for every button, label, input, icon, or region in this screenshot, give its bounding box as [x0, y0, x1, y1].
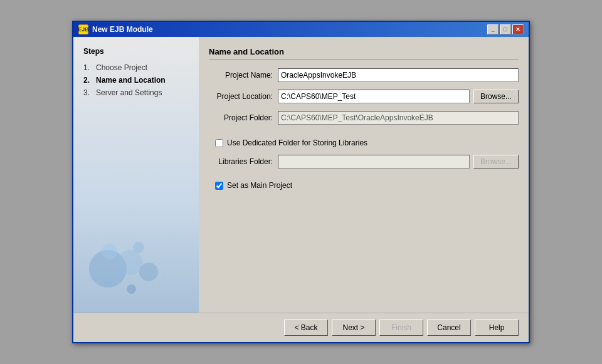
title-bar: EJB New EJB Module _ □ ✕ [73, 22, 529, 37]
step-3-label: Server and Settings [96, 88, 162, 97]
ejb-icon: EJB [78, 24, 88, 34]
bubble-6 [127, 284, 136, 294]
libraries-folder-input [278, 155, 470, 169]
browse-libraries-button: Browse... [473, 155, 519, 169]
decoration [83, 225, 183, 294]
spacer1 [209, 132, 519, 138]
spacer2 [209, 176, 519, 181]
main-panel: Name and Location Project Name: Project … [199, 37, 529, 313]
title-bar-left: EJB New EJB Module [78, 24, 153, 34]
next-button[interactable]: Next > [332, 320, 376, 336]
step-3-number: 3. [83, 88, 92, 97]
finish-button: Finish [379, 320, 423, 336]
browse-location-button[interactable]: Browse... [473, 90, 519, 103]
dedicated-folder-label: Use Dedicated Folder for Storing Librari… [227, 138, 367, 147]
title-buttons: _ □ ✕ [487, 24, 524, 34]
sidebar-step-3: 3. Server and Settings [83, 88, 189, 97]
project-folder-label: Project Folder: [209, 113, 278, 122]
new-ejb-module-dialog: EJB New EJB Module _ □ ✕ Steps 1. Choose… [72, 21, 530, 343]
set-main-checkbox[interactable] [215, 182, 223, 190]
cancel-button[interactable]: Cancel [427, 320, 471, 336]
project-folder-input [278, 111, 519, 125]
sidebar: Steps 1. Choose Project 2. Name and Loca… [73, 37, 199, 313]
dedicated-folder-checkbox[interactable] [215, 139, 223, 147]
project-name-row: Project Name: [209, 68, 519, 82]
steps-label: Steps [83, 47, 189, 56]
libraries-folder-row: Libraries Folder: Browse... [209, 155, 519, 169]
bubble-2 [117, 250, 142, 275]
panel-title: Name and Location [209, 47, 519, 60]
sidebar-step-2: 2. Name and Location [83, 76, 189, 85]
step-1-label: Choose Project [96, 63, 147, 72]
set-main-label: Set as Main Project [227, 181, 292, 190]
window-title: New EJB Module [92, 25, 153, 34]
help-button[interactable]: Help [475, 320, 519, 336]
sidebar-step-1: 1. Choose Project [83, 63, 189, 72]
step-2-number: 2. [83, 76, 92, 85]
back-button[interactable]: < Back [284, 320, 328, 336]
window-body: Steps 1. Choose Project 2. Name and Loca… [73, 37, 529, 342]
close-button[interactable]: ✕ [512, 24, 524, 34]
set-main-row: Set as Main Project [215, 181, 519, 190]
dedicated-folder-row: Use Dedicated Folder for Storing Librari… [215, 138, 519, 147]
project-name-label: Project Name: [209, 71, 278, 80]
libraries-folder-label: Libraries Folder: [209, 157, 278, 166]
project-location-row: Project Location: Browse... [209, 90, 519, 103]
bubble-3 [102, 244, 117, 259]
bubble-4 [133, 242, 144, 253]
maximize-button[interactable]: □ [500, 24, 511, 34]
project-folder-row: Project Folder: [209, 111, 519, 125]
step-2-label: Name and Location [96, 76, 166, 85]
project-location-label: Project Location: [209, 92, 278, 101]
minimize-button[interactable]: _ [487, 24, 499, 34]
project-name-input[interactable] [278, 68, 519, 82]
content-area: Steps 1. Choose Project 2. Name and Loca… [73, 37, 529, 313]
step-1-number: 1. [83, 63, 92, 72]
footer: < Back Next > Finish Cancel Help [73, 313, 529, 342]
project-location-input[interactable] [278, 90, 470, 103]
bubble-5 [139, 263, 158, 281]
